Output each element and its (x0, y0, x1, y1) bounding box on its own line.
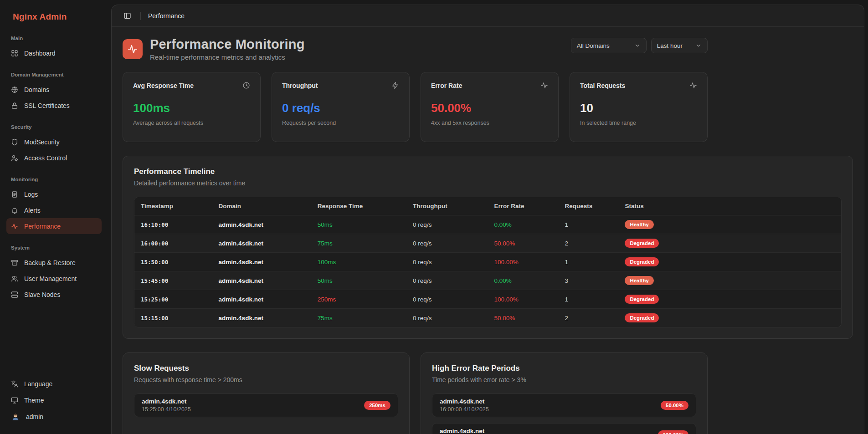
cell-error-rate: 50.00% (488, 234, 558, 253)
domain-filter-select[interactable]: All Domains (571, 38, 647, 53)
stat-title: Throughput (282, 82, 318, 89)
chevron-down-icon (634, 42, 641, 49)
cell-timestamp: 16:10:00 (134, 215, 212, 234)
high-error-rate-subtitle: Time periods with error rate > 3% (432, 376, 696, 383)
page-title: Performance Monitoring (150, 37, 305, 52)
cell-throughput: 0 req/s (406, 290, 488, 309)
server-icon (11, 291, 18, 298)
status-badge: Healthy (625, 276, 654, 285)
page-content: Performance Monitoring Real-time perform… (112, 27, 864, 434)
nav-section-label: Domain Management (6, 72, 102, 77)
user-cog-icon (11, 154, 18, 162)
cell-status: Degraded (618, 234, 841, 253)
list-item-domain: admin.4sdk.net (142, 398, 191, 405)
stat-subtitle: Requests per second (282, 120, 399, 126)
panel-left-icon (123, 12, 131, 20)
cell-throughput: 0 req/s (406, 215, 488, 234)
sidebar-item-label: Logs (24, 191, 38, 198)
main-area: Performance Performance Monitoring Real-… (108, 0, 868, 434)
sidebar-nav: Main Dashboard Domain Management Domains… (6, 36, 102, 313)
sidebar-item-backup-restore[interactable]: Backup & Restore (6, 255, 102, 271)
sidebar-item-label: Performance (24, 223, 61, 230)
sidebar-item-logs[interactable]: Logs (6, 186, 102, 202)
filters: All Domains Last hour (571, 37, 708, 53)
domain-filter-value: All Domains (577, 42, 610, 49)
sidebar-item-language[interactable]: Language (6, 376, 102, 392)
globe-icon (11, 86, 18, 93)
table-row: 15:15:00 admin.4sdk.net 75ms 0 req/s 50.… (134, 309, 841, 327)
sidebar-item-label: Slave Nodes (24, 291, 60, 298)
breadcrumb: Performance (148, 12, 185, 20)
sidebar-item-label: Dashboard (24, 50, 56, 57)
cell-domain: admin.4sdk.net (212, 234, 311, 253)
stat-card-header: Error Rate (431, 82, 548, 89)
time-filter-select[interactable]: Last hour (651, 38, 708, 53)
monitor-icon (11, 397, 18, 404)
activity-icon (11, 223, 18, 230)
cell-timestamp: 15:50:00 (134, 253, 212, 271)
cell-domain: admin.4sdk.net (212, 253, 311, 271)
table-header-row: Timestamp Domain Response Time Throughpu… (134, 197, 841, 215)
sidebar-item-dashboard[interactable]: Dashboard (6, 45, 102, 61)
cell-requests: 2 (559, 309, 619, 327)
sidebar-item-slave-nodes[interactable]: Slave Nodes (6, 286, 102, 302)
topbar-divider (140, 12, 141, 20)
table-row: 15:25:00 admin.4sdk.net 250ms 0 req/s 10… (134, 290, 841, 309)
sidebar-item-domains[interactable]: Domains (6, 82, 102, 97)
slow-requests-card: Slow Requests Requests with response tim… (123, 352, 410, 434)
table-row: 15:45:00 admin.4sdk.net 50ms 0 req/s 0.0… (134, 271, 841, 290)
page-subtitle: Real-time performance metrics and analyt… (150, 53, 305, 61)
sidebar-item-performance[interactable]: Performance (6, 218, 102, 234)
cell-response-time: 250ms (311, 290, 406, 309)
cell-status: Degraded (618, 290, 841, 309)
sidebar-toggle-button[interactable] (122, 10, 133, 21)
sidebar-item-theme[interactable]: Theme (6, 392, 102, 408)
status-badge: Degraded (625, 257, 659, 266)
sidebar-item-ssl-certificates[interactable]: SSL Certificates (6, 97, 102, 113)
slow-requests-subtitle: Requests with response time > 200ms (134, 376, 398, 383)
cell-timestamp: 15:45:00 (134, 271, 212, 290)
sidebar-item-alerts[interactable]: Alerts (6, 202, 102, 218)
sidebar-item-label: Backup & Restore (24, 259, 76, 266)
app-brand: Nginx Admin (6, 9, 102, 22)
list-item: admin.4sdk.net 16:00:00 4/10/2025 50.00% (432, 393, 696, 417)
column-header-error-rate: Error Rate (488, 197, 558, 215)
bottom-grid: Slow Requests Requests with response tim… (123, 352, 708, 434)
sidebar-item-access-control[interactable]: Access Control (6, 150, 102, 166)
table-row: 16:10:00 admin.4sdk.net 50ms 0 req/s 0.0… (134, 215, 841, 234)
metric-badge: 250ms (364, 401, 390, 410)
table-row: 15:50:00 admin.4sdk.net 100ms 0 req/s 10… (134, 253, 841, 271)
cell-domain: admin.4sdk.net (212, 309, 311, 327)
cell-throughput: 0 req/s (406, 253, 488, 271)
stat-card-error-rate: Error Rate 50.00% 4xx and 5xx responses (421, 72, 559, 142)
metric-badge: 100.00% (658, 430, 688, 434)
cell-domain: admin.4sdk.net (212, 290, 311, 309)
sidebar-item-admin-user[interactable]: admin (6, 408, 102, 425)
stats-grid: Avg Response Time 100ms Average across a… (123, 72, 708, 142)
sidebar-footer: Language Theme admin (6, 376, 102, 425)
sidebar-item-user-management[interactable]: User Management (6, 271, 102, 286)
cell-status: Healthy (618, 215, 841, 234)
table-row: 16:00:00 admin.4sdk.net 75ms 0 req/s 50.… (134, 234, 841, 253)
topbar: Performance (112, 5, 864, 27)
cell-throughput: 0 req/s (406, 309, 488, 327)
column-header-timestamp: Timestamp (134, 197, 212, 215)
list-item-text: admin.4sdk.net 15:25:00 4/10/2025 (142, 398, 191, 413)
column-header-domain: Domain (212, 197, 311, 215)
shield-icon (11, 138, 18, 146)
stat-title: Total Requests (580, 82, 625, 89)
nav-section-security: Security ModSecurity Access Control (6, 124, 102, 166)
nav-section-main: Main Dashboard (6, 36, 102, 61)
cell-status: Degraded (618, 309, 841, 327)
avatar (11, 412, 20, 421)
cell-domain: admin.4sdk.net (212, 271, 311, 290)
dashboard-icon (11, 50, 18, 57)
cell-status: Degraded (618, 253, 841, 271)
sidebar-item-modsecurity[interactable]: ModSecurity (6, 134, 102, 150)
stat-value: 50.00% (431, 101, 548, 115)
cell-throughput: 0 req/s (406, 271, 488, 290)
sidebar-item-label: Alerts (24, 207, 41, 214)
zap-icon (391, 82, 399, 89)
high-error-rate-title: High Error Rate Periods (432, 364, 696, 373)
status-badge: Degraded (625, 239, 659, 248)
